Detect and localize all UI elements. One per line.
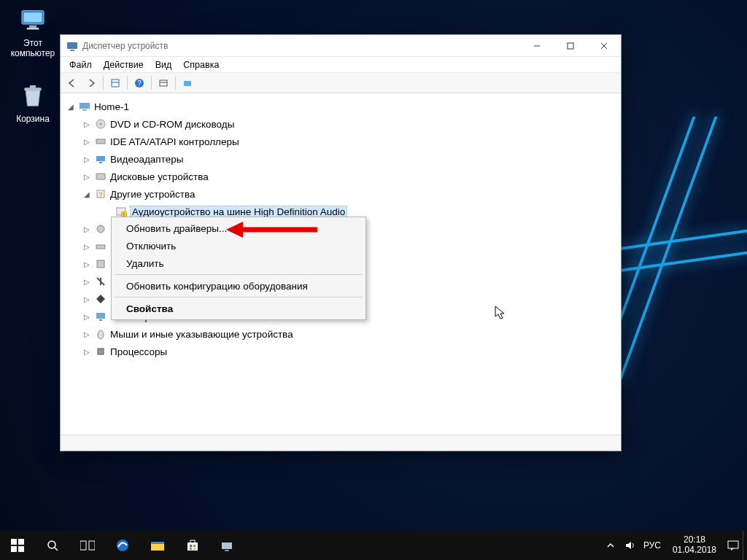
collapse-icon[interactable]: ◢: [82, 190, 91, 198]
ctx-separator: [115, 274, 363, 275]
expand-icon[interactable]: ▷: [82, 295, 91, 303]
toolbar-separator: [103, 77, 104, 90]
svg-rect-2: [29, 26, 36, 28]
taskbar-explorer[interactable]: [140, 531, 175, 560]
monitor-icon: [94, 310, 107, 323]
tree-category-display[interactable]: ▷Видеоадаптеры: [61, 150, 621, 168]
tree-category-ide[interactable]: ▷IDE ATA/ATAPI контроллеры: [61, 133, 621, 150]
svg-rect-60: [225, 550, 229, 551]
svg-rect-12: [112, 79, 119, 87]
computer-icon: [18, 6, 47, 35]
svg-rect-48: [80, 541, 86, 550]
svg-rect-44: [11, 546, 17, 552]
expand-icon[interactable]: ▷: [82, 312, 91, 321]
expand-icon[interactable]: ▷: [82, 172, 91, 181]
svg-rect-58: [193, 548, 196, 550]
svg-rect-24: [96, 156, 105, 161]
tree-label: Home-1: [94, 101, 129, 112]
tree-label: Дисковые устройства: [110, 171, 209, 182]
taskbar-store[interactable]: [175, 531, 210, 560]
window-minimize-button[interactable]: [520, 35, 554, 57]
computer-icon: [78, 100, 91, 113]
svg-rect-57: [190, 548, 192, 550]
desktop-icon-recycle-bin[interactable]: Корзина: [6, 82, 60, 124]
toolbar-back-button[interactable]: [63, 75, 81, 91]
ctx-disable[interactable]: Отключить: [113, 237, 364, 254]
expand-icon[interactable]: ▷: [82, 260, 91, 268]
window-titlebar[interactable]: Диспетчер устройств: [61, 35, 621, 57]
tray-date: 01.04.2018: [673, 545, 716, 556]
cpu-icon: [94, 345, 107, 358]
tree-category-cpu[interactable]: ▷Процессоры: [61, 343, 621, 360]
expand-icon[interactable]: ▷: [82, 120, 91, 128]
taskbar-search-button[interactable]: [35, 531, 70, 560]
svg-rect-5: [30, 85, 36, 88]
disc-drive-icon: [94, 117, 107, 131]
toolbar-forward-button[interactable]: [82, 75, 100, 91]
expand-icon[interactable]: ▷: [82, 155, 91, 163]
taskbar: РУС 20:18 01.04.2018: [0, 531, 747, 560]
mouse-icon: [94, 327, 107, 341]
window-maximize-button[interactable]: [554, 35, 587, 57]
tray-clock[interactable]: 20:18 01.04.2018: [665, 535, 724, 556]
toolbar-properties-button[interactable]: [179, 75, 196, 91]
start-button[interactable]: [0, 531, 35, 560]
toolbar-help-button[interactable]: ?: [131, 75, 148, 91]
menu-file[interactable]: Файл: [63, 58, 98, 71]
desktop-icon-label: Корзина: [6, 114, 60, 124]
toolbar-show-hidden-button[interactable]: [107, 75, 124, 91]
ctx-delete[interactable]: Удалить: [113, 254, 364, 272]
window-title: Диспетчер устройств: [82, 41, 168, 51]
device-icon: [94, 292, 107, 306]
tree-category-mice[interactable]: ▷Мыши и иные указывающие устройства: [61, 325, 621, 343]
menu-view[interactable]: Вид: [150, 58, 178, 71]
taskbar-taskview-button[interactable]: [70, 531, 105, 560]
recycle-bin-icon: [18, 82, 47, 111]
expand-icon[interactable]: ▷: [82, 242, 91, 251]
svg-rect-39: [98, 349, 104, 354]
svg-rect-61: [728, 541, 738, 548]
expand-icon[interactable]: ▷: [82, 347, 91, 356]
expand-icon[interactable]: ▷: [82, 137, 91, 146]
tree-root[interactable]: ◢ Home-1: [61, 98, 621, 115]
svg-line-47: [55, 548, 58, 551]
tray-language[interactable]: РУС: [639, 540, 665, 551]
svg-rect-42: [11, 539, 17, 545]
svg-rect-19: [80, 103, 90, 109]
taskbar-edge[interactable]: [105, 531, 140, 560]
ctx-rescan[interactable]: Обновить конфигурацию оборудования: [113, 277, 364, 295]
svg-rect-9: [568, 43, 573, 49]
taskbar-device-manager[interactable]: [210, 531, 245, 560]
toolbar-separator: [127, 77, 128, 90]
svg-rect-43: [18, 539, 24, 545]
ctx-update-drivers[interactable]: Обновить драйверы...: [113, 219, 364, 237]
menu-help[interactable]: Справка: [177, 58, 225, 71]
tree-category-dvd[interactable]: ▷DVD и CD-ROM дисководы: [61, 115, 621, 133]
collapse-icon[interactable]: ◢: [66, 102, 75, 111]
expand-icon[interactable]: ▷: [82, 277, 91, 286]
expand-icon[interactable]: ▷: [82, 225, 91, 233]
window-close-button[interactable]: [587, 35, 621, 57]
ctx-properties[interactable]: Свойства: [113, 300, 364, 317]
svg-rect-16: [160, 80, 167, 86]
svg-point-38: [98, 330, 104, 339]
device-manager-icon: [66, 40, 78, 52]
tray-action-center-icon[interactable]: [724, 531, 743, 560]
show-desktop-button[interactable]: [743, 531, 747, 560]
tree-category-other[interactable]: ◢?Другие устройства: [61, 185, 621, 203]
tray-chevron-up-icon[interactable]: [601, 531, 620, 560]
tree-label: Процессоры: [110, 346, 167, 357]
tree-category-disk[interactable]: ▷Дисковые устройства: [61, 168, 621, 185]
tree-label: DVD и CD-ROM дисководы: [110, 119, 234, 130]
menu-action[interactable]: Действие: [98, 58, 150, 71]
svg-rect-36: [96, 313, 105, 319]
toolbar-separator: [175, 77, 176, 90]
expand-icon[interactable]: ▷: [82, 330, 91, 338]
desktop-icon-this-pc[interactable]: Этот компьютер: [6, 6, 60, 59]
svg-rect-23: [96, 139, 105, 144]
svg-rect-55: [190, 545, 192, 547]
svg-rect-3: [27, 28, 39, 30]
toolbar-scan-button[interactable]: [155, 75, 172, 91]
tray-volume-icon[interactable]: [620, 531, 639, 560]
tree-label: IDE ATA/ATAPI контроллеры: [110, 136, 239, 147]
